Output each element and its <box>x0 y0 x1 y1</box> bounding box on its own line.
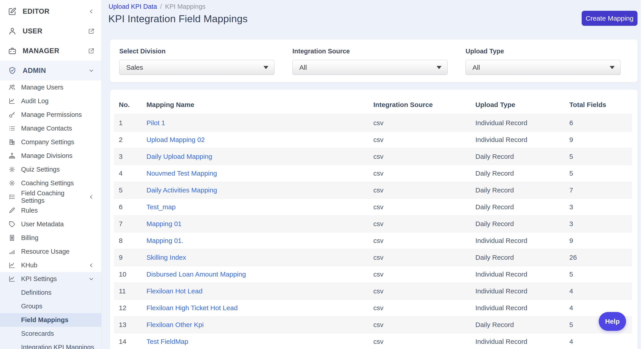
upload-type-cell: Daily Record <box>470 148 564 165</box>
sidebar-item-label: Manage Permissions <box>21 111 95 118</box>
table-row: 10Disbursed Loan Amount MappingcsvIndivi… <box>114 266 632 283</box>
filter-card: Select DivisionSalesIntegration SourceAl… <box>110 40 638 82</box>
sidebar-item-khub[interactable]: KHub <box>0 258 101 272</box>
mapping-name-link[interactable]: Nouvmed Test Mapping <box>146 170 217 177</box>
sidebar-section-user[interactable]: USER <box>0 21 101 41</box>
table-row: 3Daily Upload MappingcsvDaily Record5 <box>114 148 632 165</box>
sidebar-item-field-coaching-settings[interactable]: Field Coaching Settings <box>0 190 101 204</box>
mapping-name-cell: Daily Activities Mapping <box>142 182 368 199</box>
total-fields-cell: 9 <box>564 232 632 249</box>
sidebar-admin-items: Manage UsersAudit LogManage PermissionsM… <box>0 80 101 349</box>
filter-select-value: All <box>299 64 307 71</box>
sidebar-item-manage-permissions[interactable]: Manage Permissions <box>0 108 101 122</box>
help-button[interactable]: Help <box>599 312 626 331</box>
sidebar-item-user-metadata[interactable]: User Metadata <box>0 217 101 231</box>
mapping-name-link[interactable]: Daily Upload Mapping <box>146 153 212 160</box>
mappings-table: No.Mapping NameIntegration SourceUpload … <box>114 96 632 349</box>
total-fields-cell: 26 <box>564 249 632 266</box>
mapping-name-link[interactable]: Mapping 01. <box>146 237 184 244</box>
mapping-name-link[interactable]: Test_map <box>146 203 176 210</box>
sidebar-item-resource-usage[interactable]: Resource Usage <box>0 245 101 258</box>
sidebar-subitem-scorecards[interactable]: Scorecards <box>0 327 101 340</box>
table-row: 6Test_mapcsvDaily Record3 <box>114 199 632 216</box>
sidebar-subitem-groups[interactable]: Groups <box>0 300 101 313</box>
integration-source-cell: csv <box>368 165 470 182</box>
integration-source-cell: csv <box>368 316 470 333</box>
mapping-name-link[interactable]: Upload Mapping 02 <box>146 136 205 143</box>
bars-icon <box>8 248 16 255</box>
sidebar-item-manage-divisions[interactable]: Manage Divisions <box>0 149 101 162</box>
sidebar-item-label: Quiz Settings <box>21 166 95 173</box>
filter-select-select-division[interactable]: Sales <box>119 60 274 75</box>
tag-icon <box>8 221 16 228</box>
sidebar-section-manager[interactable]: MANAGER <box>0 41 101 61</box>
filter-select-upload-type[interactable]: All <box>466 60 621 75</box>
chevron-down-icon <box>88 67 95 74</box>
sidebar-item-quiz-settings[interactable]: Quiz Settings <box>0 162 101 176</box>
sidebar-item-label: Manage Contacts <box>21 125 95 132</box>
caret-down-icon <box>436 66 442 69</box>
table-row: 5Daily Activities MappingcsvDaily Record… <box>114 182 632 199</box>
filter-group-integration-source: Integration SourceAll <box>292 48 448 82</box>
sidebar-item-billing[interactable]: Billing <box>0 231 101 245</box>
mapping-name-link[interactable]: Mapping 01 <box>146 220 182 228</box>
integration-source-cell: csv <box>368 132 470 148</box>
create-mapping-button[interactable]: Create Mapping <box>582 11 638 26</box>
sitemap-icon <box>8 152 16 159</box>
filter-group-upload-type: Upload TypeAll <box>466 48 621 82</box>
integration-source-cell: csv <box>368 148 470 165</box>
mapping-name-link[interactable]: Flexiloan Other Kpi <box>146 321 204 328</box>
building-icon <box>8 138 16 146</box>
caret-down-icon <box>264 66 268 69</box>
list-icon <box>8 125 16 132</box>
sidebar-item-coaching-settings[interactable]: Coaching Settings <box>0 176 101 190</box>
upload-type-cell: Daily Record <box>470 249 564 266</box>
receipt-icon <box>8 234 16 241</box>
breadcrumb-link-upload-kpi-data[interactable]: Upload KPI Data <box>108 3 157 10</box>
filter-label-select-division: Select Division <box>119 48 274 55</box>
mapping-name-link[interactable]: Pilot 1 <box>146 119 165 126</box>
integration-source-cell: csv <box>368 266 470 283</box>
chart-icon <box>8 98 16 104</box>
sidebar-section-admin[interactable]: ADMIN <box>0 61 101 80</box>
sidebar-item-company-settings[interactable]: Company Settings <box>0 135 101 149</box>
sidebar-subitem-definitions[interactable]: Definitions <box>0 286 101 300</box>
sidebar-item-kpi-settings[interactable]: KPI Settings <box>0 272 101 286</box>
mapping-name-link[interactable]: Flexiloan Hot Lead <box>146 287 202 295</box>
integration-source-cell: csv <box>368 333 470 349</box>
sidebar-item-audit-log[interactable]: Audit Log <box>0 94 101 108</box>
page-scrollbar-track[interactable] <box>641 0 644 349</box>
column-header-upload-type: Upload Type <box>470 96 564 114</box>
integration-source-cell: csv <box>368 232 470 249</box>
sidebar-item-rules[interactable]: Rules <box>0 204 101 217</box>
total-fields-cell: 4 <box>564 283 632 300</box>
filter-select-integration-source[interactable]: All <box>292 60 448 75</box>
mapping-name-cell: Mapping 01. <box>142 232 368 249</box>
breadcrumb: Upload KPI Data / KPI Mappings <box>108 3 206 10</box>
sidebar-section-label: USER <box>23 27 88 35</box>
sidebar-subitem-field-mappings[interactable]: Field Mappings <box>0 313 101 327</box>
pen-icon <box>8 207 16 214</box>
sidebar-item-manage-contacts[interactable]: Manage Contacts <box>0 122 101 135</box>
integration-source-cell: csv <box>368 182 470 199</box>
table-row: 2Upload Mapping 02csvIndividual Record9 <box>114 132 632 148</box>
chevron-left-icon <box>88 8 95 15</box>
sidebar-section-editor[interactable]: EDITOR <box>0 2 101 21</box>
table-row: 1Pilot 1csvIndividual Record6 <box>114 114 632 132</box>
mapping-name-cell: Flexiloan Other Kpi <box>142 316 368 333</box>
mapping-name-link[interactable]: Disbursed Loan Amount Mapping <box>146 270 246 278</box>
mapping-name-link[interactable]: Flexiloan High Ticket Hot Lead <box>146 304 238 312</box>
mapping-name-link[interactable]: Skilling Index <box>146 254 186 261</box>
row-number-cell: 9 <box>114 249 142 266</box>
sidebar-item-manage-users[interactable]: Manage Users <box>0 80 101 94</box>
mapping-name-link[interactable]: Test FieldMap <box>146 338 188 345</box>
sidebar-subitem-integration-kpi-mappings[interactable]: Integration KPI Mappings <box>0 340 101 349</box>
upload-type-cell: Daily Record <box>470 182 564 199</box>
mapping-name-cell: Flexiloan High Ticket Hot Lead <box>142 300 368 316</box>
filter-label-integration-source: Integration Source <box>292 48 448 55</box>
total-fields-cell: 4 <box>564 333 632 349</box>
external-link-icon <box>88 48 95 54</box>
sidebar-item-label: Audit Log <box>21 97 95 105</box>
mapping-name-cell: Nouvmed Test Mapping <box>142 165 368 182</box>
mapping-name-link[interactable]: Daily Activities Mapping <box>146 186 217 194</box>
